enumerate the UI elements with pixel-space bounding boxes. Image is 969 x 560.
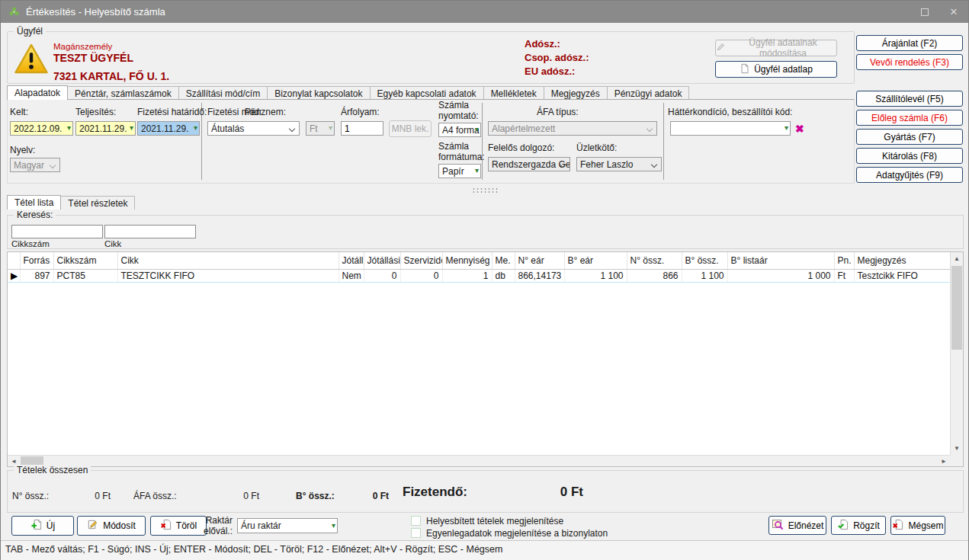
uzletkoto-label: Üzletkötő: <box>576 142 617 153</box>
felelos-combobox[interactable]: Rendszergazda Ge <box>488 157 570 171</box>
header-cell-9[interactable]: B° eár <box>564 252 627 269</box>
dropdown-arrow-icon[interactable]: ▾ <box>130 123 133 132</box>
search-cikk-input[interactable] <box>104 225 196 238</box>
nyelv-combobox[interactable]: Magyar <box>10 158 60 172</box>
totals-group: Tételek összesen N° össz.: 0 Ft ÁFA össz… <box>7 470 964 513</box>
scroll-up-icon[interactable]: ▲ <box>951 252 963 265</box>
title-bar[interactable]: Értékesítés - Helyesbítő számla ✕ <box>1 1 968 23</box>
divider <box>663 103 664 180</box>
detail-tab-1[interactable]: Tétel részletek <box>60 196 135 210</box>
table-cell: 1 100 <box>682 269 727 282</box>
client-group-label: Ügyfél <box>14 26 46 37</box>
edit-icon <box>87 519 98 533</box>
items-table: ForrásCikkszámCikkJótálláJótállási idő (… <box>8 252 952 283</box>
dropdown-arrow-icon[interactable]: ▾ <box>67 123 71 132</box>
maximize-button[interactable] <box>910 1 939 23</box>
status-bar: TAB - Mező váltás; F1 - Súgó; INS - Új; … <box>1 540 968 560</box>
search-cikkszam-input[interactable] <box>11 225 103 238</box>
tab-7[interactable]: Pénzügyi adatok <box>607 86 690 100</box>
modify-item-button[interactable]: Módosít <box>77 516 146 536</box>
search-cikk-label: Cikk <box>104 239 121 248</box>
app-window: Értékesítés - Helyesbítő számla ✕ Ügyfél… <box>0 0 969 560</box>
scroll-right-icon[interactable]: ► <box>938 456 950 466</box>
vertical-scrollbar[interactable]: ▲ ▼ <box>950 252 963 455</box>
table-cell: Ft <box>834 269 854 282</box>
scroll-down-icon[interactable]: ▼ <box>951 442 963 455</box>
dropdown-arrow-icon[interactable]: ▾ <box>475 125 479 133</box>
close-button[interactable]: ✕ <box>939 1 968 23</box>
header-cell-3[interactable]: Jótállá <box>339 252 364 269</box>
uzletkoto-combobox[interactable]: Feher Laszlo <box>576 157 662 171</box>
side-button-2[interactable]: Szállítólevél (F5) <box>856 91 963 107</box>
basic-data-panel: Kelt: Teljesítés: Fizetési határidő: 202… <box>7 99 855 184</box>
tab-3[interactable]: Bizonylat kapcsolatok <box>267 86 370 100</box>
detail-tab-0[interactable]: Tétel lista <box>7 195 61 210</box>
table-row[interactable]: ▶897PCT85TESZTCIKK FIFONem001db866,14173… <box>8 269 951 282</box>
hatarido-label: Fizetési határidő: <box>137 107 207 117</box>
balance-data-checkbox[interactable] <box>411 528 421 538</box>
arfolyam-input[interactable] <box>341 121 383 136</box>
horizontal-scrollbar[interactable]: ◄ ► <box>8 455 950 466</box>
mnb-button[interactable]: MNB lek. <box>389 120 432 137</box>
warehouse-combobox[interactable]: Áru raktár▾ <box>237 518 338 533</box>
window-controls: ✕ <box>910 1 968 23</box>
tab-5[interactable]: Mellékletek <box>483 86 544 100</box>
window-title: Értékesítés - Helyesbítő számla <box>26 6 165 18</box>
formatum-combobox[interactable]: Papír▾ <box>438 164 481 178</box>
tab-0[interactable]: Alapadatok <box>7 85 68 100</box>
vertical-scroll-thumb[interactable] <box>951 266 962 350</box>
dropdown-arrow-icon[interactable]: ▾ <box>475 166 479 174</box>
header-cell-8[interactable]: N° eár <box>515 252 564 269</box>
side-button-1[interactable]: Vevői rendelés (F3) <box>856 54 963 70</box>
header-cell-4[interactable]: Jótállási idő ( <box>364 252 400 269</box>
side-button-0[interactable]: Árajánlat (F2) <box>856 35 963 51</box>
nyomtato-combobox[interactable]: A4 forma▾ <box>438 123 481 137</box>
side-button-5[interactable]: Kitárolás (F8) <box>856 148 963 164</box>
header-cell-14[interactable]: Megjegyzés <box>854 252 951 269</box>
side-button-4[interactable]: Gyártás (F7) <box>856 129 963 145</box>
splitter-grip[interactable] <box>472 187 498 194</box>
teljesites-datepicker[interactable]: 2021.11.29.▾ <box>75 121 136 136</box>
cancel-button[interactable]: Mégsem <box>890 516 945 535</box>
header-cell-0[interactable]: Forrás <box>20 252 53 269</box>
penznem-combobox[interactable]: Ft▾ <box>306 121 335 136</box>
pencil-icon <box>716 42 726 54</box>
tab-6[interactable]: Megjegyzés <box>544 86 608 100</box>
header-cell-10[interactable]: N° össz. <box>627 252 682 269</box>
header-cell-13[interactable]: Pn. <box>834 252 854 269</box>
header-cell-11[interactable]: B° össz. <box>682 252 727 269</box>
fizmod-combobox[interactable]: Átutalás <box>207 121 300 136</box>
table-cell: PCT85 <box>53 269 117 282</box>
side-button-3[interactable]: Előleg számla (F6) <box>856 110 963 126</box>
client-datasheet-button[interactable]: Ügyfél adatlap <box>715 61 837 78</box>
new-item-button[interactable]: Új <box>11 516 74 536</box>
dropdown-arrow-icon[interactable]: ▾ <box>785 123 788 132</box>
tax-number-label: Adósz.: <box>525 38 560 50</box>
add-icon <box>30 519 42 533</box>
nyomtato-label: Számla nyomtató: <box>438 100 479 121</box>
header-cell-6[interactable]: Mennyiség <box>442 252 492 269</box>
tab-1[interactable]: Pénztár, számlaszámok <box>67 86 179 100</box>
table-cell: TESZTCIKK FIFO <box>117 269 339 282</box>
chevron-down-icon <box>290 126 295 132</box>
tab-4[interactable]: Egyéb kapcsolati adatok <box>370 86 484 100</box>
save-button[interactable]: Rögzít <box>831 516 886 535</box>
tab-2[interactable]: Szállítási mód/cím <box>178 86 268 100</box>
header-cell-12[interactable]: B° listaár <box>727 252 834 269</box>
header-cell-7[interactable]: Me. <box>492 252 515 269</box>
hatterkondicio-combobox[interactable]: ▾ <box>670 121 791 136</box>
corrected-items-checkbox[interactable] <box>411 516 421 526</box>
table-cell: Tesztcikk FIFO <box>854 269 951 282</box>
header-cell-1[interactable]: Cikkszám <box>53 252 117 269</box>
clear-x-icon[interactable]: ✖ <box>795 123 804 135</box>
side-button-6[interactable]: Adatgyűjtés (F9) <box>856 167 963 183</box>
modify-client-button[interactable]: Ügyfél adatainak módosítása <box>715 40 837 56</box>
preview-button[interactable]: Előnézet <box>768 516 826 535</box>
header-cell-2[interactable]: Cikk <box>117 252 339 269</box>
dropdown-arrow-icon[interactable]: ▾ <box>332 521 335 530</box>
dropdown-arrow-icon[interactable]: ▾ <box>194 123 197 132</box>
afa-combobox[interactable]: Alapértelmezett <box>488 121 657 136</box>
kelt-datepicker[interactable]: 2022.12.09.▾ <box>10 121 73 136</box>
header-cell-5[interactable]: Szervizidő (h <box>400 252 442 269</box>
hatarido-datepicker[interactable]: 2021.11.29.▾ <box>137 121 200 136</box>
